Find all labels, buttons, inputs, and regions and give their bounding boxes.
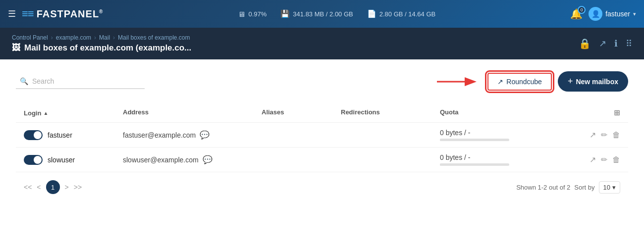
search-icon: 🔍 [20, 77, 28, 85]
plus-icon: + [568, 76, 573, 87]
row2-actions: ↗ ✏ 🗑 [571, 155, 620, 164]
notifications-bell[interactable]: 🔔 0 [570, 8, 583, 20]
first-page-button[interactable]: << [24, 183, 32, 191]
next-page-button[interactable]: > [65, 183, 69, 191]
row1-quota: 0 bytes / - [440, 129, 571, 137]
roundcube-label: Roundcube [506, 78, 542, 86]
sort-select[interactable]: 10 ▾ [599, 181, 620, 194]
row2-address: slowuser@example.com [123, 156, 199, 164]
external-link-icon[interactable]: ↗ [599, 38, 606, 49]
last-page-button[interactable]: >> [74, 183, 82, 191]
col-header-actions: ⊞ [571, 108, 620, 117]
sort-by-label: Sort by [574, 184, 594, 191]
row1-actions: ↗ ✏ 🗑 [571, 130, 620, 140]
info-icon[interactable]: ℹ [614, 38, 618, 49]
row1-edit-icon[interactable]: ✏ [601, 130, 607, 140]
table-row: fastuser fastuser@example.com 💬 0 bytes … [16, 123, 628, 148]
lock-icon[interactable]: 🔒 [579, 38, 591, 50]
chevron-down-icon: ▾ [633, 11, 636, 17]
col-header-quota: Quota [440, 108, 571, 117]
roundcube-icon: ↗ [497, 78, 503, 86]
breadcrumb-mail[interactable]: Mail [99, 34, 110, 41]
page-title-text: Mail boxes of example.com (example.co... [24, 43, 191, 53]
logo-text: FASTPANEL® [37, 8, 104, 20]
search-box: 🔍 [16, 74, 145, 89]
message-icon[interactable]: 💬 [203, 155, 213, 164]
nav-stats: 🖥 0.97% 💾 341.83 MB / 2.00 GB 📄 2.80 GB … [103, 9, 570, 18]
row2-quota-cell: 0 bytes / - [440, 153, 571, 166]
avatar: 👤 [589, 7, 602, 21]
row1-external-link-icon[interactable]: ↗ [590, 130, 596, 140]
row2-quota: 0 bytes / - [440, 153, 571, 161]
row1-toggle[interactable] [24, 130, 43, 140]
row1-delete-icon[interactable]: 🗑 [612, 131, 620, 140]
cpu-icon: 🖥 [238, 10, 245, 18]
sort-value: 10 [603, 184, 610, 191]
logo-icon: ≡≡ [22, 7, 34, 20]
table-row: slowuser slowuser@example.com 💬 0 bytes … [16, 148, 628, 172]
message-icon[interactable]: 💬 [200, 130, 210, 140]
column-settings-icon[interactable]: ⊞ [614, 108, 620, 117]
username-label: fastuser [605, 10, 630, 18]
current-page[interactable]: 1 [46, 180, 60, 194]
row2-login: slowuser [48, 156, 75, 164]
row1-quota-cell: 0 bytes / - [440, 129, 571, 141]
new-mailbox-button[interactable]: + New mailbox [558, 71, 628, 92]
col-header-redirections: Redirections [341, 108, 440, 117]
main-content: 🔍 ↗ Roundcube + [0, 59, 644, 249]
breadcrumb-control-panel[interactable]: Control Panel [12, 34, 48, 41]
breadcrumb: Control Panel › example.com › Mail › Mai… [12, 34, 191, 41]
col-header-login[interactable]: Login ▲ [24, 108, 123, 117]
row1-login-cell: fastuser [24, 130, 123, 140]
toolbar: 🔍 ↗ Roundcube + [16, 71, 628, 92]
ram-icon: 💾 [280, 9, 290, 18]
red-arrow-svg [435, 75, 480, 89]
col-header-aliases: Aliases [262, 108, 341, 117]
pagination: << < 1 > >> [24, 180, 82, 194]
row1-login: fastuser [48, 131, 72, 139]
disk-icon: 📄 [367, 9, 376, 18]
col-header-address: Address [123, 108, 262, 117]
grid-icon[interactable]: ⠿ [626, 38, 632, 49]
row1-address: fastuser@example.com [123, 131, 196, 139]
row2-delete-icon[interactable]: 🗑 [612, 155, 620, 164]
row2-quota-fill [440, 163, 442, 166]
toggle-knob [34, 156, 42, 164]
row1-address-cell: fastuser@example.com 💬 [123, 130, 262, 140]
row2-quota-bar [440, 163, 509, 166]
breadcrumb-bar: Control Panel › example.com › Mail › Mai… [0, 28, 644, 59]
page-title-icon: 🖼 [12, 43, 20, 53]
page-title: 🖼 Mail boxes of example.com (example.co.… [12, 43, 191, 53]
disk-stat: 📄 2.80 GB / 14.64 GB [367, 9, 435, 18]
shown-text: Shown 1-2 out of 2 [516, 184, 570, 191]
footer-right: Shown 1-2 out of 2 Sort by 10 ▾ [516, 181, 620, 194]
search-input[interactable] [32, 77, 141, 85]
annotation-arrow [435, 75, 480, 89]
prev-page-button[interactable]: < [37, 183, 41, 191]
toggle-knob [34, 131, 42, 139]
disk-value: 2.80 GB / 14.64 GB [379, 10, 435, 18]
roundcube-button[interactable]: ↗ Roundcube [487, 73, 552, 91]
hamburger-icon[interactable]: ☰ [8, 8, 16, 19]
sort-chevron-icon: ▾ [612, 184, 616, 191]
row1-quota-bar [440, 139, 509, 141]
toolbar-right: ↗ Roundcube + New mailbox [435, 71, 628, 92]
table-footer: << < 1 > >> Shown 1-2 out of 2 Sort by 1… [16, 172, 628, 194]
row2-address-cell: slowuser@example.com 💬 [123, 155, 262, 164]
breadcrumb-example-com[interactable]: example.com [56, 34, 91, 41]
ram-value: 341.83 MB / 2.00 GB [293, 10, 353, 18]
cpu-value: 0.97% [248, 10, 267, 18]
table-header: Login ▲ Address Aliases Redirections Quo… [16, 103, 628, 123]
top-nav: ☰ ≡≡ FASTPANEL® 🖥 0.97% 💾 341.83 MB / 2.… [0, 0, 644, 28]
logo: ≡≡ FASTPANEL® [22, 7, 103, 20]
new-mailbox-label: New mailbox [576, 78, 618, 86]
row2-edit-icon[interactable]: ✏ [601, 155, 607, 164]
row2-login-cell: slowuser [24, 155, 123, 165]
sort-asc-icon: ▲ [43, 110, 48, 116]
breadcrumb-actions: 🔒 ↗ ℹ ⠿ [579, 38, 632, 50]
row2-external-link-icon[interactable]: ↗ [590, 155, 596, 164]
user-menu[interactable]: 👤 fastuser ▾ [589, 7, 636, 21]
cpu-stat: 🖥 0.97% [238, 10, 267, 18]
row2-toggle[interactable] [24, 155, 43, 165]
bell-badge: 0 [578, 6, 586, 14]
